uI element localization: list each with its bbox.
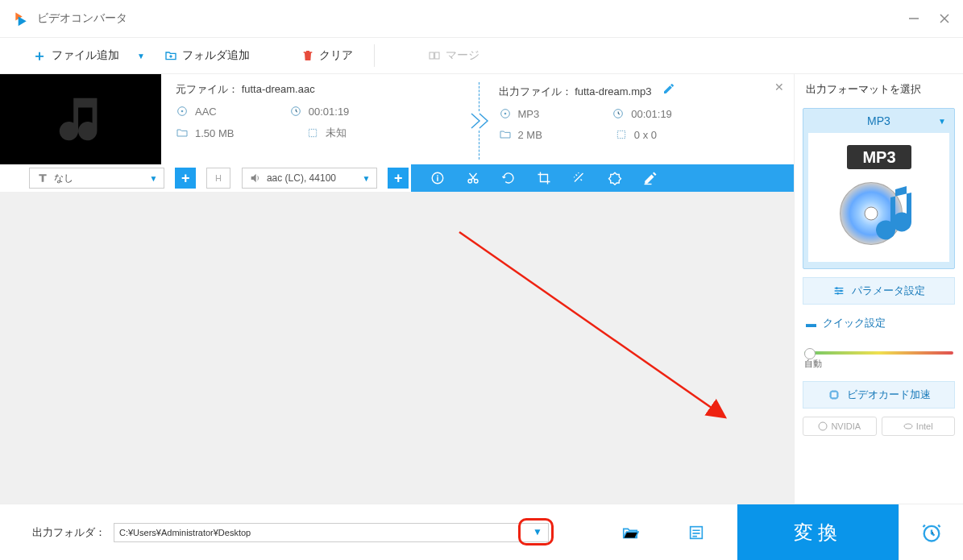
- music-note-icon: [52, 91, 109, 147]
- svg-rect-3: [430, 52, 434, 59]
- dimensions-icon: [306, 127, 319, 139]
- add-file-label: ファイル追加: [52, 48, 119, 63]
- output-folder-input[interactable]: [114, 523, 549, 542]
- source-filename: futta-dream.aac: [242, 83, 315, 95]
- crop-button[interactable]: [537, 171, 551, 185]
- schedule-button[interactable]: [899, 504, 963, 561]
- format-preview: MP3: [808, 133, 949, 262]
- svg-rect-4: [435, 52, 439, 59]
- output-folder-dropdown[interactable]: ▼: [533, 526, 542, 537]
- subtitle-h-button[interactable]: H: [206, 168, 230, 189]
- parameter-settings-label: パラメータ設定: [852, 284, 925, 298]
- text-icon: [36, 172, 49, 185]
- file-list-area: [0, 192, 794, 504]
- nvidia-icon: [818, 421, 828, 431]
- bottom-bar: 出力フォルダ： ▼ 変換: [0, 504, 963, 560]
- convert-button[interactable]: 変換: [737, 504, 899, 561]
- toolbar-divider: [374, 44, 375, 67]
- clock-icon: [289, 105, 302, 118]
- format-icon: [176, 105, 189, 118]
- svg-point-10: [504, 113, 506, 115]
- gpu-chips: NVIDIA Intel: [803, 417, 955, 436]
- edit-icon[interactable]: [662, 82, 675, 95]
- cut-button[interactable]: [466, 171, 480, 185]
- mp3-format-icon: MP3: [831, 141, 928, 254]
- chip-icon: [828, 388, 841, 401]
- subtitle-select[interactable]: なし ▼: [29, 168, 164, 189]
- remove-file-button[interactable]: ✕: [774, 81, 784, 93]
- effects-button[interactable]: [572, 171, 587, 185]
- svg-rect-12: [617, 131, 625, 138]
- speaker-icon: [249, 172, 262, 185]
- open-folder-button[interactable]: [621, 524, 639, 541]
- add-file-button[interactable]: ＋ ファイル追加 ▼: [24, 43, 153, 68]
- close-button[interactable]: [939, 13, 950, 24]
- gpu-accel-button[interactable]: ビデオカード加速: [803, 381, 955, 409]
- source-duration: 00:01:19: [309, 106, 350, 118]
- output-resolution: 0 x 0: [634, 129, 657, 141]
- source-size: 1.50 MB: [195, 127, 234, 139]
- quality-slider-wrap: 自動: [803, 342, 955, 373]
- titlebar: ビデオコンバータ: [0, 0, 963, 37]
- format-name: MP3: [867, 114, 890, 127]
- source-info: 元ファイル： futta-dream.aac AAC 00:01:19 1.50…: [176, 82, 459, 160]
- source-format: AAC: [195, 106, 217, 118]
- intel-chip[interactable]: Intel: [882, 417, 956, 436]
- output-duration: 00:01:19: [631, 108, 672, 120]
- output-label: 出力ファイル：: [499, 85, 572, 97]
- clear-button[interactable]: クリア: [293, 45, 361, 66]
- add-audio-button[interactable]: +: [388, 168, 409, 189]
- app-logo-icon: [13, 10, 29, 27]
- audio-track-select[interactable]: aac (LC), 44100 ▼: [242, 168, 377, 189]
- parameter-settings-button[interactable]: パラメータ設定: [803, 277, 955, 305]
- format-card[interactable]: MP3▼ MP3: [803, 108, 955, 269]
- file-item: 元ファイル： futta-dream.aac AAC 00:01:19 1.50…: [0, 74, 794, 164]
- intel-label: Intel: [916, 421, 933, 431]
- nvidia-chip[interactable]: NVIDIA: [803, 417, 877, 436]
- add-folder-button[interactable]: フォルダ追加: [156, 45, 258, 66]
- sliders-icon: [832, 284, 845, 297]
- svg-text:MP3: MP3: [862, 148, 895, 166]
- app-title: ビデオコンバータ: [37, 11, 127, 26]
- nvidia-label: NVIDIA: [831, 421, 861, 431]
- watermark-button[interactable]: [608, 171, 622, 185]
- folder-icon: [176, 127, 189, 139]
- output-size: 2 MB: [518, 129, 542, 141]
- conversion-arrow: [459, 82, 499, 160]
- subtitle-value: なし: [54, 172, 73, 185]
- source-label: 元ファイル：: [176, 83, 239, 95]
- svg-line-17: [459, 232, 725, 417]
- edit-button[interactable]: [643, 171, 658, 185]
- task-list-button[interactable]: [687, 524, 705, 541]
- output-folder-label: 出力フォルダ：: [32, 525, 106, 540]
- minimize-button[interactable]: [908, 13, 919, 24]
- chevron-down-icon: ▼: [938, 117, 946, 126]
- merge-button[interactable]: マージ: [420, 45, 488, 66]
- quick-settings-label: クイック設定: [823, 316, 886, 330]
- file-thumbnail[interactable]: [0, 74, 161, 164]
- chevron-down-icon: ▼: [149, 174, 157, 183]
- chevron-down-icon: ▼: [137, 52, 145, 60]
- merge-label: マージ: [446, 48, 479, 63]
- merge-icon: [428, 49, 441, 62]
- minus-icon: ▬: [806, 317, 816, 330]
- quick-settings-toggle[interactable]: ▬ クイック設定: [803, 313, 955, 334]
- format-icon: [499, 107, 512, 120]
- annotation-arrow: [451, 224, 741, 433]
- audio-track-value: aac (LC), 44100: [267, 172, 336, 184]
- folder-plus-icon: [164, 49, 177, 62]
- add-subtitle-button[interactable]: +: [175, 168, 196, 189]
- svg-point-6: [181, 110, 184, 113]
- trash-icon: [301, 49, 314, 62]
- info-button[interactable]: [430, 171, 445, 185]
- svg-point-23: [865, 207, 878, 220]
- svg-point-28: [819, 422, 827, 430]
- main-toolbar: ＋ ファイル追加 ▼ フォルダ追加 クリア マージ: [0, 37, 963, 74]
- rotate-button[interactable]: [501, 171, 516, 185]
- convert-label: 変換: [794, 520, 842, 545]
- folder-icon: [499, 128, 512, 141]
- chevron-down-icon: ▼: [362, 174, 370, 183]
- svg-rect-27: [831, 392, 837, 398]
- quality-slider[interactable]: [804, 351, 953, 355]
- quality-slider-label: 自動: [804, 358, 953, 370]
